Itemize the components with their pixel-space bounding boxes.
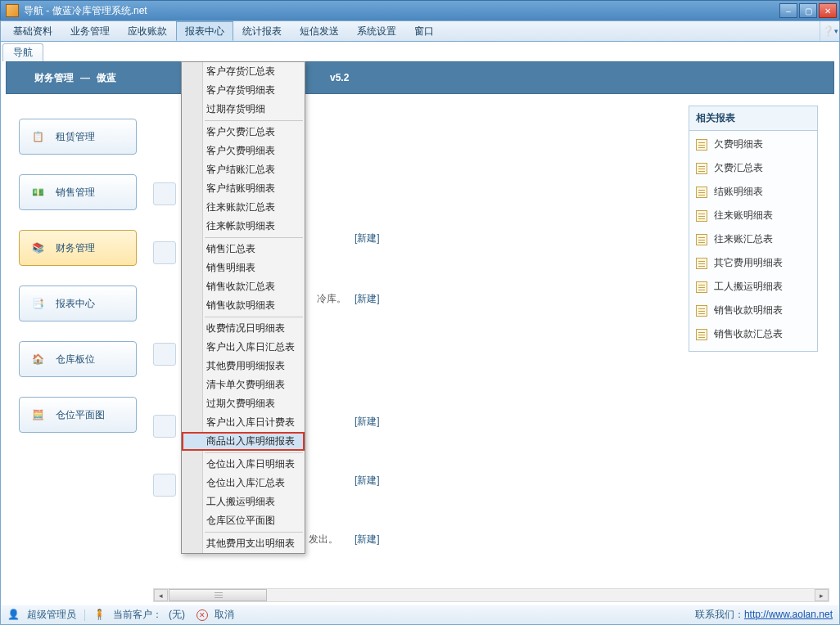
maximize-button[interactable]: ▢ <box>799 3 817 18</box>
nav-label: 仓位平面图 <box>56 408 105 422</box>
related-report-item[interactable]: 工人搬运明细表 <box>696 280 811 294</box>
user-icon: 👤 <box>7 609 20 622</box>
dropdown-item[interactable]: 过期欠费明细表 <box>182 394 305 413</box>
related-report-item[interactable]: 销售收款汇总表 <box>696 327 811 341</box>
document-icon <box>696 139 707 151</box>
nav-label: 财务管理 <box>56 241 95 255</box>
nav-label: 仓库板位 <box>56 353 95 366</box>
horizontal-scrollbar[interactable]: ◂ ▸ <box>153 588 829 602</box>
cancel-label[interactable]: 取消 <box>215 608 234 622</box>
menu-sms[interactable]: 短信发送 <box>291 21 348 41</box>
dropdown-item[interactable]: 销售收款明细表 <box>182 296 305 315</box>
document-icon <box>696 210 707 222</box>
house-icon: 🏠 <box>28 349 47 369</box>
dropdown-item[interactable]: 过期存货明细 <box>182 100 305 119</box>
related-report-item[interactable]: 往来账汇总表 <box>696 232 811 246</box>
close-button[interactable]: ✕ <box>819 3 837 18</box>
nav-label: 报表中心 <box>56 297 95 311</box>
nav-floor-plan[interactable]: 🧮仓位平面图 <box>19 397 137 433</box>
dropdown-item[interactable]: 其他费用明细报表 <box>182 357 305 375</box>
new-link[interactable]: [新建] <box>355 474 380 488</box>
related-report-item[interactable]: 欠费汇总表 <box>696 161 811 175</box>
scroll-right-button[interactable]: ▸ <box>815 589 829 601</box>
dropdown-item[interactable]: 客户欠费明细表 <box>182 142 305 160</box>
nav-finance-mgmt[interactable]: 📚财务管理 <box>19 230 137 266</box>
row-icon <box>153 241 176 264</box>
dropdown-item[interactable]: 客户结账汇总表 <box>182 160 305 179</box>
status-separator <box>84 609 85 621</box>
dropdown-item[interactable]: 收费情况日明细表 <box>182 319 305 338</box>
dropdown-separator <box>205 120 303 121</box>
scroll-left-button[interactable]: ◂ <box>154 589 168 601</box>
titlebar: 导航 - 傲蓝冷库管理系统.net – ▢ ✕ <box>0 0 840 20</box>
scroll-thumb[interactable] <box>169 589 267 601</box>
menu-basic-data[interactable]: 基础资料 <box>4 21 61 41</box>
dropdown-item[interactable]: 客户出入库日计费表 <box>182 413 305 432</box>
dropdown-item[interactable]: 客户存货汇总表 <box>182 62 305 81</box>
row-icon <box>153 343 176 366</box>
dropdown-item[interactable]: 往来帐款明细表 <box>182 217 305 236</box>
document-icon <box>696 329 707 340</box>
new-link[interactable]: [新建] <box>355 415 380 429</box>
menu-system-settings[interactable]: 系统设置 <box>348 21 405 41</box>
dropdown-item[interactable]: 客户结账明细表 <box>182 179 305 198</box>
dropdown-item[interactable]: 客户出入库日汇总表 <box>182 338 305 357</box>
related-report-label: 欠费汇总表 <box>714 161 763 175</box>
page-header: 财务管理 — 傲蓝 v5.2 <box>6 61 834 94</box>
dropdown-separator <box>205 532 303 533</box>
app-suite: 傲蓝 <box>97 71 116 85</box>
dropdown-separator <box>205 452 303 453</box>
related-reports-title: 相关报表 <box>689 106 817 131</box>
menu-help[interactable]: ❔▾ <box>820 21 839 41</box>
new-link[interactable]: [新建] <box>355 533 380 546</box>
new-link[interactable]: [新建] <box>355 292 380 306</box>
minimize-button[interactable]: – <box>779 3 797 18</box>
menu-business[interactable]: 业务管理 <box>61 21 119 41</box>
dropdown-item[interactable]: 销售汇总表 <box>182 240 305 259</box>
related-report-item[interactable]: 其它费用明细表 <box>696 256 811 270</box>
dropdown-item[interactable]: 客户欠费汇总表 <box>182 123 305 142</box>
document-icon <box>696 305 707 317</box>
row-icon <box>153 182 176 205</box>
menu-stats-report[interactable]: 统计报表 <box>233 21 291 41</box>
help-icon: ❔ <box>822 25 834 37</box>
related-report-item[interactable]: 结账明细表 <box>696 185 811 199</box>
nav-rental-mgmt[interactable]: 📋租赁管理 <box>19 119 137 155</box>
nav-warehouse-slot[interactable]: 🏠仓库板位 <box>19 341 137 377</box>
dropdown-item[interactable]: 工人搬运明细表 <box>182 492 305 511</box>
tabstrip: 导航 <box>0 42 840 61</box>
dropdown-item[interactable]: 仓位出入库汇总表 <box>182 474 305 492</box>
menu-report-center[interactable]: 报表中心 <box>176 21 233 41</box>
related-report-item[interactable]: 欠费明细表 <box>696 137 811 151</box>
dropdown-item[interactable]: 销售收款汇总表 <box>182 277 305 296</box>
left-nav: 📋租赁管理 💵销售管理 📚财务管理 📑报表中心 🏠仓库板位 🧮仓位平面图 <box>19 119 137 433</box>
related-report-label: 欠费明细表 <box>714 137 763 151</box>
contact-link[interactable]: http://www.aolan.net <box>744 609 833 620</box>
related-report-item[interactable]: 销售收款明细表 <box>696 304 811 317</box>
dropdown-item[interactable]: 仓位出入库日明细表 <box>182 455 305 474</box>
dropdown-item[interactable]: 其他费用支出明细表 <box>182 534 305 553</box>
dropdown-item[interactable]: 销售明细表 <box>182 259 305 277</box>
nav-report-center[interactable]: 📑报表中心 <box>19 286 137 321</box>
document-icon <box>696 258 707 269</box>
tab-nav[interactable]: 导航 <box>2 43 43 61</box>
dropdown-separator <box>205 317 303 317</box>
dropdown-item[interactable]: 商品出入库明细报表 <box>182 432 305 451</box>
menu-window[interactable]: 窗口 <box>405 21 443 41</box>
row-text: 发出。 <box>309 533 338 546</box>
related-report-label: 往来账汇总表 <box>714 232 773 246</box>
cancel-icon[interactable]: ✕ <box>196 609 208 621</box>
dropdown-item[interactable]: 清卡单欠费明细表 <box>182 375 305 394</box>
document-icon <box>696 234 707 245</box>
nav-sales-mgmt[interactable]: 💵销售管理 <box>19 174 137 210</box>
dropdown-item[interactable]: 客户存货明细表 <box>182 81 305 100</box>
related-report-item[interactable]: 往来账明细表 <box>696 209 811 223</box>
document-icon <box>696 187 707 198</box>
dropdown-item[interactable]: 往来账款汇总表 <box>182 198 305 217</box>
new-link[interactable]: [新建] <box>355 232 380 245</box>
person-icon: 🧍 <box>93 609 106 622</box>
related-reports-panel: 相关报表 欠费明细表欠费汇总表结账明细表往来账明细表往来账汇总表其它费用明细表工… <box>689 106 818 352</box>
related-report-label: 工人搬运明细表 <box>714 280 783 294</box>
menu-receivables[interactable]: 应收账款 <box>119 21 176 41</box>
dropdown-item[interactable]: 仓库区位平面图 <box>182 511 305 530</box>
